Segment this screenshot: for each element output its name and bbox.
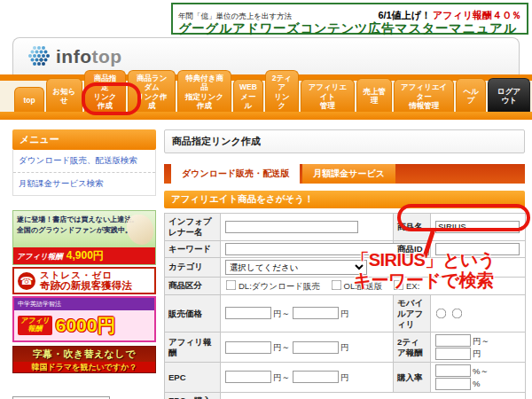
kubun-dl-checkbox[interactable] [226,279,237,290]
ad2-line1: ストレス・ゼロ [40,270,132,280]
sidebar-ad-jotatsu[interactable]: 遂に登場！書店では買えない上達法。 全国のグラウンドファンが実践中。 アフィリ報… [12,210,156,265]
page-title: 商品指定リンク作成 [164,129,525,153]
nav-tab-logout[interactable]: ログアウト [488,78,530,112]
kubun-ol-checkbox[interactable] [331,279,341,290]
purchase-rate-cell: %～% [431,363,526,393]
kubun-ex-checkbox[interactable] [394,279,404,290]
rate-max-input[interactable] [435,378,471,390]
affil-yen: 円 [340,342,349,352]
search-section-header: アフィリエイト商品をさがそう！ [164,191,525,208]
ad2-text: ストレス・ゼロ 奇跡の新規客獲得法 [40,270,132,292]
price-yen-tilde: 円～ [273,309,290,318]
subtab-monthly-service[interactable]: 月額課金サービス [302,164,395,184]
ad1-reward-label: アフィリ報酬 [17,252,63,262]
nav-tab-top[interactable]: top [14,87,44,112]
rate-min-input[interactable] [435,364,471,377]
epc-cell: 円～円 [221,363,394,393]
ad4-line2: 韓国ドラマを観たいですか？ [13,362,155,373]
mobile-radio-2[interactable] [451,309,462,319]
mobile-radio-1[interactable] [436,309,447,319]
keyword-cell [221,240,394,257]
form-row-price: 販売価格 円～円 モバイルアフィリ [165,294,526,332]
site-header: infotop [12,37,520,74]
epc-yen: 円 [340,372,349,382]
tier2-yen-tilde: 円～ [473,336,489,346]
sidebar-link-download-search[interactable]: ダウンロード販売、配送版検索 [13,150,155,173]
period-label: EPC・購入率 測定期間 [165,392,221,399]
infopreneur-label: インフォプレナー名 [165,214,221,241]
infopreneur-cell [221,214,394,241]
top-ad-banner[interactable]: 年間「億」単位の売上を出す方法 6/1値上げ！アフィリ報酬４０％ グーグルアドワ… [171,3,528,35]
period-cell: 最近一週間 最近1ヶ月 最近三ヶ月 統計 [221,392,526,399]
nav-tab-2tier-link[interactable]: 2ティア リンク [265,70,299,112]
ad2-line2: 奇跡の新規客獲得法 [40,280,132,292]
price-max-input[interactable] [293,307,339,319]
sidebar-link-monthly-search[interactable]: 月額課金サービス検索 [13,173,155,195]
mobile-affil-label: モバイルアフィリ [394,294,431,332]
form-row-affil: アフィリ報酬 円～円 2ティア報酬 円～円 [165,332,526,363]
tier2-min-input[interactable] [435,334,471,347]
banner-reward-text: アフィリ報酬４０％ [433,10,521,20]
kubun-dl-label: DL:ダウンロード販売 [239,281,320,291]
tier2-reward-label: 2ティア報酬 [394,332,431,363]
product-name-input[interactable] [435,221,520,233]
form-row-keyword: キーワード 商品ID [165,240,526,257]
epc-yen-tilde: 円～ [273,372,290,382]
sidebar-ad-stress-zero[interactable]: ☎ ストレス・ゼロ 奇跡の新規客獲得法 [12,267,156,294]
affil-reward-label: アフィリ報酬 [165,332,221,363]
banner-right-group: 6/1値上げ！アフィリ報酬４０％ [378,6,521,22]
nav-tab-help[interactable]: ヘルプ [456,78,486,112]
sidebar-ad-korean-drama[interactable]: 字幕・吹き替えなしで 韓国ドラマを観たいですか？ [12,346,156,373]
subtab-bar: ダウンロード販売・配送版 月額課金サービス [164,164,525,184]
ad4-line1: 字幕・吹き替えなしで [13,347,155,361]
category-select[interactable]: 選択してください [225,260,367,275]
product-id-input[interactable] [435,243,520,255]
nav-tab-affiliate-mgmt[interactable]: アフィリエイト 管理 [301,79,355,112]
affil-max-input[interactable] [293,341,339,354]
product-name-cell [431,214,526,241]
ad3-header: 中学英語学習法 [14,298,154,310]
product-name-label: 商品名 [394,214,431,241]
banner-price-up-text: 6/1値上げ！ [378,10,431,20]
nav-tab-product-link[interactable]: 商品指定 リンク作成 [84,70,126,112]
banner-product-title: グーグルアドワーズコンテンツ広告マスターマニュアル [178,22,521,36]
nav-tab-bonus-product-link[interactable]: 特典付き商品 指定リンク作成 [177,70,231,112]
epc-min-input[interactable] [225,371,271,383]
logo-text-info: info [56,46,91,66]
hand-image [127,215,153,245]
logo-wordmark: infotop [56,46,122,67]
kubun-option-ol: OL:配送版 [331,281,383,291]
nav-tab-sales-mgmt[interactable]: 売上管理 [356,78,392,112]
sidebar-ad-english[interactable]: 中学英語学習法 アフィリ 報酬 6000円 [12,296,156,342]
nav-tab-random-link[interactable]: 商品ランダム リンク作成 [128,70,176,112]
nav-tab-affiliater-info[interactable]: アフィリエイター 情報管理 [394,79,454,112]
nav-tab-webmail[interactable]: WEB メール [233,79,263,112]
globe-icon [27,43,51,70]
ad1-reward-strip: アフィリ報酬 4,900円 [13,247,155,264]
price-min-input[interactable] [225,307,271,319]
infotop-logo[interactable]: infotop [27,43,122,70]
form-row-epc: EPC 円～円 購入率 %～% [165,363,526,393]
infopreneur-input[interactable] [225,221,358,233]
price-yen: 円 [340,309,349,318]
sidebar-menu-header: メニュー [12,129,156,150]
tier2-reward-cell: 円～円 [431,332,526,363]
epc-max-input[interactable] [293,371,339,383]
affil-min-input[interactable] [225,341,271,354]
price-cell: 円～円 [221,294,394,332]
purchase-rate-label: 購入率 [394,363,431,393]
kubun-option-dl: DL:ダウンロード販売 [225,281,320,291]
infotop-affiliate-page: 年間「億」単位の売上を出す方法 6/1値上げ！アフィリ報酬４０％ グーグルアドワ… [0,0,532,399]
form-row-kubun: 商品区分 DL:ダウンロード販売 OL:配送版 EX: [165,277,526,294]
logo-text-top: top [91,46,121,66]
epc-label: EPC [165,363,221,393]
category-label: カテゴリ [165,257,221,277]
subtab-download-delivery[interactable]: ダウンロード販売・配送版 [171,164,300,184]
rate-pct: % [473,379,480,388]
rate-pct-tilde: %～ [473,366,489,376]
product-search-form: インフォプレナー名 商品名 キーワード 商品ID カテゴリ 選択してください 商… [164,213,526,399]
affil-yen-tilde: 円～ [273,342,290,352]
tier2-max-input[interactable] [435,348,471,360]
nav-tab-news[interactable]: お知らせ [46,78,82,112]
form-row-category: カテゴリ 選択してください [165,257,526,277]
